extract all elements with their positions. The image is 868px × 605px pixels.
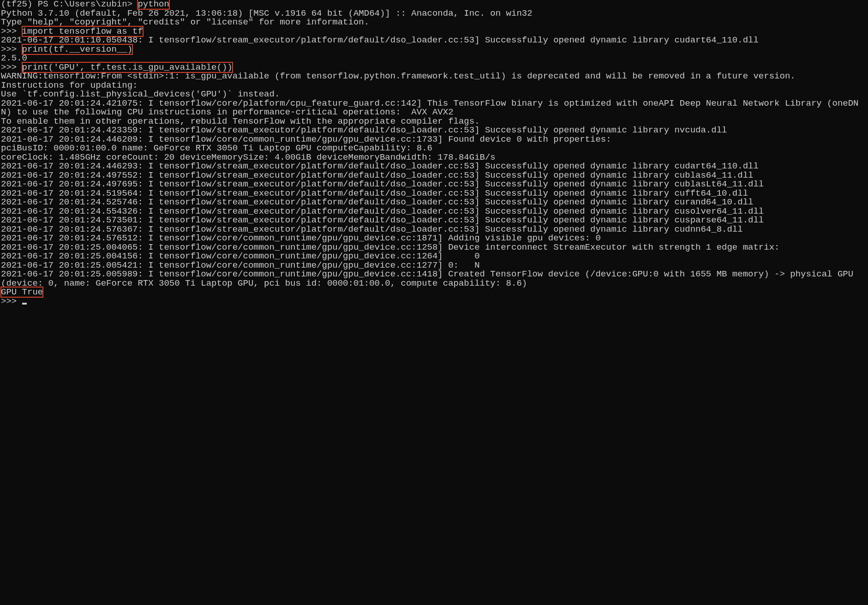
python-banner-2: Type "help", "copyright", "credits" or "… <box>1 17 369 27</box>
log-created-device: 2021-06-17 20:01:25.005989: I tensorflow… <box>1 269 859 288</box>
log-dso-cudart-1: 2021-06-17 20:01:10.050438: I tensorflow… <box>1 35 759 45</box>
cmd-print-version: print(tf.__version__) <box>22 44 132 54</box>
terminal[interactable]: (tf25) PS C:\Users\zubin> python Python … <box>0 0 868 306</box>
cursor <box>22 303 27 305</box>
log-cpu-guard: 2021-06-17 20:01:24.421075: I tensorflow… <box>1 98 859 118</box>
repl-prompt: >>> <box>1 296 22 306</box>
